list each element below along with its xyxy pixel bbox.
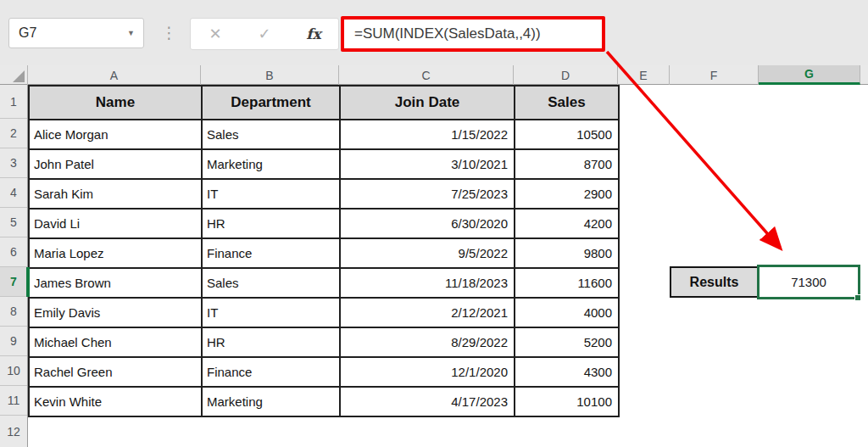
row-header-10[interactable]: 10 xyxy=(0,356,27,386)
cancel-icon[interactable]: ✕ xyxy=(198,25,232,43)
row-header-strip: 1 2 3 4 5 6 7 8 9 10 11 12 xyxy=(0,85,28,447)
cell-c3[interactable]: 3/10/2021 xyxy=(341,150,515,180)
table-header-department[interactable]: Department xyxy=(203,87,341,120)
cell-a3[interactable]: John Patel xyxy=(30,150,203,180)
cell-d7[interactable]: 11600 xyxy=(515,269,620,299)
cell-b2[interactable]: Sales xyxy=(203,120,341,150)
cell-a6[interactable]: Maria Lopez xyxy=(30,239,203,269)
cell-c8[interactable]: 2/12/2021 xyxy=(341,299,515,328)
results-label-cell[interactable]: Results xyxy=(670,266,759,298)
column-header-f[interactable]: F xyxy=(670,65,759,85)
cell-d6[interactable]: 9800 xyxy=(515,239,620,269)
cell-a5[interactable]: David Li xyxy=(30,210,203,239)
name-box[interactable]: G7 ▼ xyxy=(8,18,144,48)
cell-d2[interactable]: 10500 xyxy=(515,120,620,150)
column-header-d[interactable]: D xyxy=(514,65,618,85)
cell-a4[interactable]: Sarah Kim xyxy=(30,180,203,210)
column-header-g-selected[interactable]: G xyxy=(759,65,860,85)
cell-d5[interactable]: 4200 xyxy=(515,210,620,239)
cell-b4[interactable]: IT xyxy=(203,180,341,210)
cell-c5[interactable]: 6/30/2020 xyxy=(341,210,515,239)
column-header-e[interactable]: E xyxy=(618,65,670,85)
cell-d9[interactable]: 5200 xyxy=(515,328,620,358)
cell-a7[interactable]: James Brown xyxy=(30,269,203,299)
cell-d8[interactable]: 4000 xyxy=(515,299,620,328)
cell-b11[interactable]: Marketing xyxy=(203,388,341,417)
cell-b7[interactable]: Sales xyxy=(203,269,341,299)
column-header-strip: A B C D E F G xyxy=(0,65,868,85)
cell-b3[interactable]: Marketing xyxy=(203,150,341,180)
name-box-value: G7 xyxy=(9,25,127,41)
cell-c4[interactable]: 7/25/2023 xyxy=(341,180,515,210)
cell-c11[interactable]: 4/17/2023 xyxy=(341,388,515,417)
cell-b9[interactable]: HR xyxy=(203,328,341,358)
spreadsheet-window: G7 ▼ ⋮ ✕ ✓ fx =SUM(INDEX(SalesData,,4)) … xyxy=(0,0,868,447)
row-header-8[interactable]: 8 xyxy=(0,297,27,327)
more-options-icon[interactable]: ⋮ xyxy=(161,20,177,46)
table-header-sales[interactable]: Sales xyxy=(515,87,620,120)
row-header-3[interactable]: 3 xyxy=(0,148,27,178)
cell-d11[interactable]: 10100 xyxy=(515,388,620,417)
selected-cell-g7[interactable]: 71300 xyxy=(757,265,860,299)
cell-c2[interactable]: 1/15/2022 xyxy=(341,120,515,150)
formula-text: =SUM(INDEX(SalesData,,4)) xyxy=(344,25,541,42)
row-header-7-selected[interactable]: 7 xyxy=(0,267,27,297)
enter-icon[interactable]: ✓ xyxy=(248,25,281,43)
row-header-4[interactable]: 4 xyxy=(0,178,27,208)
cell-c7[interactable]: 11/18/2023 xyxy=(341,269,515,299)
cell-b10[interactable]: Finance xyxy=(203,358,341,388)
cell-b5[interactable]: HR xyxy=(203,210,341,239)
table-header-name[interactable]: Name xyxy=(30,87,203,120)
formula-bar: G7 ▼ ⋮ ✕ ✓ fx =SUM(INDEX(SalesData,,4)) xyxy=(0,0,868,65)
cell-c10[interactable]: 12/1/2020 xyxy=(341,358,515,388)
cell-a8[interactable]: Emily Davis xyxy=(30,299,203,328)
row-header-11[interactable]: 11 xyxy=(0,386,27,416)
row-header-9[interactable]: 9 xyxy=(0,327,27,356)
row-header-6[interactable]: 6 xyxy=(0,237,27,267)
row-header-1[interactable]: 1 xyxy=(0,85,27,119)
cell-c6[interactable]: 9/5/2022 xyxy=(341,239,515,269)
cell-a2[interactable]: Alice Morgan xyxy=(30,120,203,150)
cell-a10[interactable]: Rachel Green xyxy=(30,358,203,388)
column-header-c[interactable]: C xyxy=(339,65,514,85)
select-all-triangle-icon xyxy=(13,70,25,82)
formula-buttons: ✕ ✓ fx xyxy=(190,18,339,50)
column-header-b[interactable]: B xyxy=(201,65,339,85)
cell-c9[interactable]: 8/29/2022 xyxy=(341,328,515,358)
cell-b6[interactable]: Finance xyxy=(203,239,341,269)
table-header-join-date[interactable]: Join Date xyxy=(341,87,515,120)
formula-input-highlighted[interactable]: =SUM(INDEX(SalesData,,4)) xyxy=(341,16,605,52)
selected-row-accent xyxy=(26,267,30,297)
cell-d10[interactable]: 4300 xyxy=(515,358,620,388)
select-all-button[interactable] xyxy=(0,65,28,85)
cell-b8[interactable]: IT xyxy=(203,299,341,328)
cell-d3[interactable]: 8700 xyxy=(515,150,620,180)
row-header-2[interactable]: 2 xyxy=(0,119,27,148)
row-header-12[interactable]: 12 xyxy=(0,416,27,447)
row-header-5[interactable]: 5 xyxy=(0,208,27,237)
column-header-a[interactable]: A xyxy=(28,65,201,85)
sales-data-table: Name Department Join Date Sales Alice Mo… xyxy=(28,85,620,417)
cell-a9[interactable]: Michael Chen xyxy=(30,328,203,358)
cell-a11[interactable]: Kevin White xyxy=(30,388,203,417)
chevron-down-icon[interactable]: ▼ xyxy=(127,29,143,37)
insert-function-icon[interactable]: fx xyxy=(297,25,331,42)
cell-d4[interactable]: 2900 xyxy=(515,180,620,210)
fill-handle[interactable] xyxy=(854,294,861,301)
